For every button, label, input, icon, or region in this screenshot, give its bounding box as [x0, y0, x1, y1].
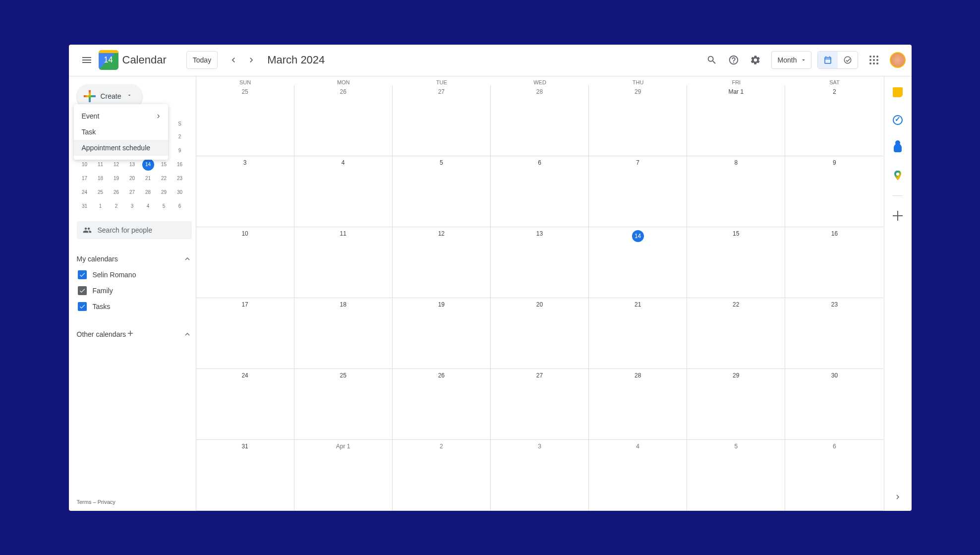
day-cell[interactable]: 12 — [393, 227, 491, 298]
day-cell[interactable]: 5 — [687, 440, 785, 511]
mini-cal-day[interactable]: 10 — [77, 158, 93, 172]
day-cell[interactable]: 10 — [196, 227, 294, 298]
mini-cal-day[interactable]: 24 — [77, 185, 93, 199]
mini-cal-day[interactable]: 22 — [156, 172, 172, 185]
mini-cal-day[interactable]: 12 — [109, 158, 124, 172]
day-cell[interactable]: 17 — [196, 298, 294, 369]
maps-button[interactable] — [888, 166, 908, 185]
day-cell[interactable]: 19 — [393, 298, 491, 369]
day-cell[interactable]: 11 — [294, 227, 393, 298]
mini-cal-day[interactable]: 21 — [140, 172, 156, 185]
mini-cal-day[interactable]: 13 — [124, 158, 140, 172]
day-cell[interactable]: 29 — [589, 85, 687, 156]
day-cell[interactable]: 8 — [687, 156, 785, 227]
day-cell[interactable]: 7 — [589, 156, 687, 227]
other-calendars-toggle[interactable]: Other calendars — [77, 326, 192, 342]
day-cell[interactable]: 13 — [491, 227, 589, 298]
mini-cal-day[interactable]: 16 — [172, 158, 188, 172]
mini-cal-day[interactable]: 2 — [109, 199, 124, 213]
mini-cal-day[interactable]: 9 — [172, 144, 188, 158]
search-people-input[interactable]: Search for people — [77, 221, 192, 239]
mini-cal-day[interactable]: 4 — [140, 199, 156, 213]
mini-cal-day[interactable]: 31 — [77, 199, 93, 213]
day-cell[interactable]: 28 — [589, 369, 687, 440]
mini-cal-day[interactable]: 23 — [172, 172, 188, 185]
main-menu-button[interactable] — [75, 48, 99, 72]
settings-button[interactable] — [746, 50, 765, 70]
day-cell[interactable]: 2 — [785, 85, 883, 156]
day-cell[interactable]: 6 — [491, 156, 589, 227]
mini-cal-day[interactable]: 17 — [77, 172, 93, 185]
calendar-view-toggle[interactable] — [818, 52, 838, 68]
day-cell[interactable]: 22 — [687, 298, 785, 369]
mini-cal-day[interactable]: 28 — [140, 185, 156, 199]
collapse-panel-button[interactable] — [890, 489, 906, 505]
keep-button[interactable] — [888, 82, 908, 102]
add-calendar-button[interactable] — [126, 329, 138, 340]
day-cell[interactable]: 27 — [393, 85, 491, 156]
mini-cal-day[interactable]: 18 — [93, 172, 109, 185]
day-cell[interactable]: 15 — [687, 227, 785, 298]
day-cell[interactable]: 9 — [785, 156, 883, 227]
mini-cal-day[interactable]: 1 — [93, 199, 109, 213]
mini-cal-day[interactable]: 3 — [124, 199, 140, 213]
day-cell[interactable]: 21 — [589, 298, 687, 369]
day-cell[interactable]: 5 — [393, 156, 491, 227]
day-cell[interactable]: 20 — [491, 298, 589, 369]
mini-cal-day[interactable]: 11 — [93, 158, 109, 172]
mini-cal-day[interactable]: 6 — [172, 199, 188, 213]
day-cell[interactable]: 27 — [491, 369, 589, 440]
mini-cal-day[interactable]: 20 — [124, 172, 140, 185]
mini-cal-day[interactable]: 30 — [172, 185, 188, 199]
day-cell[interactable]: 16 — [785, 227, 883, 298]
day-cell[interactable]: 4 — [589, 440, 687, 511]
next-button[interactable] — [243, 52, 259, 68]
day-cell[interactable]: 3 — [196, 156, 294, 227]
day-cell[interactable]: 14 — [589, 227, 687, 298]
mini-cal-day[interactable]: 19 — [109, 172, 124, 185]
help-button[interactable] — [724, 50, 744, 70]
day-cell[interactable]: 18 — [294, 298, 393, 369]
privacy-link[interactable]: Privacy — [98, 499, 115, 505]
day-cell[interactable]: Mar 1 — [687, 85, 785, 156]
tasks-button[interactable] — [888, 110, 908, 130]
day-cell[interactable]: 25 — [196, 85, 294, 156]
dropdown-item[interactable]: Task — [74, 124, 168, 140]
terms-link[interactable]: Terms — [77, 499, 92, 505]
checkbox[interactable] — [78, 302, 87, 311]
day-cell[interactable]: 26 — [393, 369, 491, 440]
day-cell[interactable]: 30 — [785, 369, 883, 440]
day-cell[interactable]: 26 — [294, 85, 393, 156]
calendar-item[interactable]: Tasks — [77, 299, 192, 314]
mini-cal-day[interactable]: 25 — [93, 185, 109, 199]
day-cell[interactable]: 6 — [785, 440, 883, 511]
search-button[interactable] — [702, 50, 722, 70]
prev-button[interactable] — [226, 52, 241, 68]
calendar-item[interactable]: Selin Romano — [77, 267, 192, 283]
checkbox[interactable] — [78, 286, 87, 295]
day-cell[interactable]: 29 — [687, 369, 785, 440]
contacts-button[interactable] — [888, 138, 908, 158]
my-calendars-toggle[interactable]: My calendars — [77, 251, 192, 267]
day-cell[interactable]: 23 — [785, 298, 883, 369]
view-selector[interactable]: Month — [771, 51, 811, 69]
account-avatar[interactable] — [890, 52, 906, 68]
day-cell[interactable]: 2 — [393, 440, 491, 511]
checkbox[interactable] — [78, 270, 87, 279]
mini-cal-day[interactable]: 2 — [172, 130, 188, 144]
day-cell[interactable]: 24 — [196, 369, 294, 440]
day-cell[interactable]: 3 — [491, 440, 589, 511]
mini-cal-day[interactable]: 27 — [124, 185, 140, 199]
mini-cal-day[interactable]: 14 — [142, 159, 154, 171]
add-addon-button[interactable] — [888, 206, 908, 226]
day-cell[interactable]: 31 — [196, 440, 294, 511]
day-cell[interactable]: 25 — [294, 369, 393, 440]
calendar-item[interactable]: Family — [77, 283, 192, 299]
dropdown-item[interactable]: Appointment schedule — [74, 140, 168, 156]
day-cell[interactable]: Apr 1 — [294, 440, 393, 511]
day-cell[interactable]: 28 — [491, 85, 589, 156]
mini-cal-day[interactable]: 15 — [156, 158, 172, 172]
today-button[interactable]: Today — [186, 51, 218, 69]
tasks-view-toggle[interactable] — [838, 52, 858, 68]
mini-cal-day[interactable]: 29 — [156, 185, 172, 199]
